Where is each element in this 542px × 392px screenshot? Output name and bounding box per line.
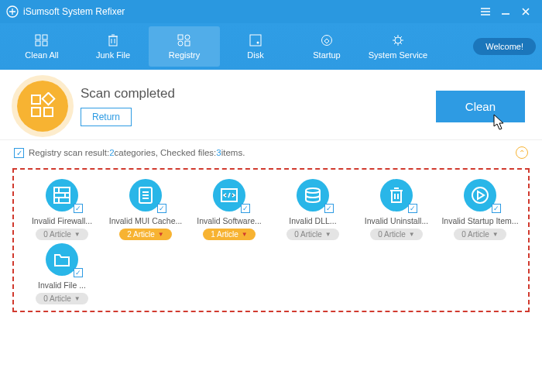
chevron-down-icon: ▼ [409, 231, 415, 238]
nav-registry[interactable]: Registry [149, 26, 220, 67]
category-label: Invalid MUI Cache... [109, 216, 183, 225]
category-checkbox[interactable]: ✓ [241, 204, 250, 213]
chevron-down-icon: ▼ [492, 231, 499, 238]
article-count-pill[interactable]: 0 Article▼ [36, 229, 88, 240]
system-service-icon [392, 33, 404, 47]
nav-label: Registry [169, 50, 200, 60]
category-cell: ✓Invalid Uninstall...0 Article▼ [355, 179, 438, 240]
nav-system-service[interactable]: System Service [362, 26, 434, 67]
category-checkbox[interactable]: ✓ [324, 204, 334, 213]
app-title: iSumsoft System Refixer [23, 6, 125, 17]
titlebar: iSumsoft System Refixer [0, 0, 542, 23]
navbar: Clean All Junk File Registry Disk Startu… [0, 23, 542, 70]
disk-icon [249, 33, 262, 47]
svg-rect-10 [250, 35, 261, 46]
svg-rect-17 [43, 93, 55, 105]
pill-text: 1 Article [211, 230, 238, 239]
pill-text: 0 Article [461, 230, 489, 239]
svg-point-9 [178, 41, 183, 46]
results-highlight-box: ✓Invalid Firewall...0 Article▼✓Invalid M… [12, 168, 530, 312]
svg-point-11 [257, 42, 259, 44]
scan-status-icon [17, 81, 68, 132]
svg-rect-18 [54, 187, 70, 203]
svg-rect-14 [32, 95, 40, 104]
nav-junk-file[interactable]: Junk File [77, 26, 149, 67]
pill-text: 0 Article [378, 230, 406, 239]
nav-label: System Service [369, 50, 427, 60]
result-text-suffix: items. [221, 148, 245, 157]
junk-file-icon [108, 33, 118, 47]
article-count-pill[interactable]: 0 Article▼ [454, 229, 506, 240]
svg-rect-2 [43, 35, 47, 40]
category-cell: ✓Invalid Software...1 Article▼ [187, 179, 271, 240]
close-button[interactable] [516, 4, 536, 19]
svg-rect-6 [178, 35, 183, 40]
scan-header: Scan completed Return Clean [0, 70, 542, 140]
nav-startup[interactable]: Startup [291, 26, 362, 67]
nav-label: Disk [247, 50, 263, 60]
svg-rect-3 [36, 41, 40, 46]
category-checkbox[interactable]: ✓ [492, 204, 501, 213]
category-checkbox[interactable]: ✓ [74, 268, 83, 277]
category-checkbox[interactable]: ✓ [74, 204, 83, 213]
clean-button[interactable]: Clean [436, 91, 525, 122]
minimize-button[interactable] [496, 4, 516, 19]
svg-point-8 [185, 35, 190, 40]
category-label: Invalid Software... [197, 216, 261, 225]
category-label: Invalid Uninstall... [365, 216, 428, 225]
nav-disk[interactable]: Disk [220, 26, 291, 67]
pill-text: 0 Article [294, 230, 322, 239]
article-count-pill[interactable]: 1 Article▼ [203, 229, 256, 240]
category-cell: ✓Invalid Firewall...0 Article▼ [20, 179, 104, 240]
chevron-down-icon: ▼ [74, 295, 81, 302]
startup-icon [321, 33, 333, 47]
svg-point-23 [472, 187, 488, 203]
pill-text: 0 Article [43, 294, 71, 303]
svg-point-13 [395, 37, 401, 43]
category-cell: ✓Invalid File ...0 Article▼ [20, 243, 104, 304]
registry-icon [177, 33, 191, 47]
clean-all-icon [35, 33, 49, 47]
result-text-prefix: Registry scan result: [29, 148, 109, 157]
article-count-pill[interactable]: 0 Article▼ [370, 229, 423, 240]
return-button[interactable]: Return [81, 108, 132, 126]
article-count-pill[interactable]: 0 Article▼ [286, 229, 339, 240]
result-checkbox[interactable]: ✓ [14, 148, 24, 158]
result-text-mid: categories, Checked files: [115, 148, 217, 157]
svg-rect-22 [392, 191, 401, 202]
menu-button[interactable] [475, 4, 496, 19]
category-label: Invalid DLL... [289, 216, 336, 225]
nav-clean-all[interactable]: Clean All [6, 26, 77, 67]
svg-point-21 [306, 188, 320, 193]
pill-text: 2 Article [127, 230, 155, 239]
svg-rect-1 [36, 35, 40, 40]
svg-rect-15 [32, 108, 40, 116]
result-summary: ✓ Registry scan result: 2 categories, Ch… [0, 140, 542, 165]
cursor-icon [491, 113, 508, 133]
category-checkbox[interactable]: ✓ [157, 204, 166, 213]
welcome-badge[interactable]: Welcome! [473, 38, 536, 55]
chevron-down-icon: ▼ [325, 231, 331, 238]
pill-text: 0 Article [43, 230, 71, 239]
scan-title: Scan completed [81, 86, 175, 101]
category-label: Invalid Startup Item... [441, 216, 518, 225]
svg-rect-5 [109, 36, 117, 46]
article-count-pill[interactable]: 0 Article▼ [36, 293, 88, 304]
category-checkbox[interactable]: ✓ [408, 204, 417, 213]
category-grid: ✓Invalid Firewall...0 Article▼✓Invalid M… [20, 179, 522, 304]
nav-label: Startup [313, 50, 340, 60]
chevron-down-icon: ▼ [74, 231, 81, 238]
chevron-down-icon: ▼ [242, 231, 248, 238]
svg-rect-4 [43, 41, 47, 46]
category-cell: ✓Invalid DLL...0 Article▼ [271, 179, 355, 240]
collapse-toggle[interactable]: ⌃ [516, 146, 528, 159]
category-cell: ✓Invalid Startup Item...0 Article▼ [438, 179, 522, 240]
category-label: Invalid File ... [38, 280, 86, 290]
chevron-down-icon: ▼ [158, 231, 164, 238]
app-logo-icon [6, 5, 19, 18]
category-cell: ✓Invalid MUI Cache...2 Article▼ [104, 179, 187, 240]
svg-rect-16 [44, 108, 53, 116]
article-count-pill[interactable]: 2 Article▼ [119, 229, 172, 240]
clean-button-label: Clean [465, 100, 496, 113]
nav-label: Clean All [25, 50, 58, 60]
